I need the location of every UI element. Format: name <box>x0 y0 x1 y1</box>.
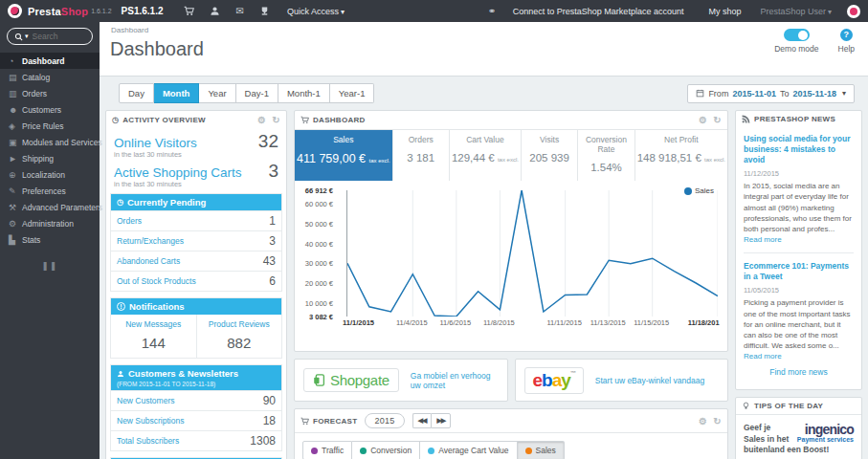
x-axis-tick: 11/1/2015 <box>343 318 374 327</box>
forecast-panel-title: FORECAST <box>313 417 357 426</box>
backward-button[interactable]: ◀◀ <box>412 413 432 428</box>
sidebar-collapse-button[interactable]: ❚❚ <box>0 261 100 271</box>
read-more-link[interactable]: Read more <box>744 352 782 361</box>
ebay-link[interactable]: Start uw eBay-winkel vandaag <box>595 376 704 385</box>
sidebar-item-price-rules[interactable]: ◈Price Rules <box>0 118 100 134</box>
refresh-icon[interactable]: ↻ <box>272 115 280 125</box>
help-icon[interactable]: ? <box>840 29 853 41</box>
kpi-orders[interactable]: Orders3 181 <box>393 130 450 181</box>
active-carts-link[interactable]: Active Shopping Carts <box>114 165 268 180</box>
forward-button[interactable]: ▶▶ <box>431 413 451 428</box>
sidebar-item-stats[interactable]: ▙Stats <box>0 231 100 248</box>
online-visitors-link[interactable]: Online Visitors <box>114 136 258 150</box>
tab-month[interactable]: Month <box>154 83 200 103</box>
refresh-icon[interactable]: ↻ <box>713 115 722 125</box>
new-subscriptions-row[interactable]: New Subscriptions18 <box>111 410 281 430</box>
chart-plot-area <box>346 190 718 317</box>
sidebar-item-orders[interactable]: ▥Orders <box>0 85 100 101</box>
news-item-title[interactable]: Using social media for your business: 4 … <box>744 134 854 165</box>
kpi-row: Sales411 759,00 € tax excl. Orders3 181 … <box>295 129 727 181</box>
date-to: 2015-11-18 <box>792 89 836 98</box>
tab-day[interactable]: Day <box>119 83 154 103</box>
sidebar-item-shipping[interactable]: ►Shipping <box>0 150 100 166</box>
refresh-icon[interactable]: ↻ <box>713 416 722 426</box>
tips-of-the-day-panel: TIPS OF THE DAY ingenico Payment service… <box>735 397 862 459</box>
tab-day-1[interactable]: Day-1 <box>236 83 278 103</box>
demo-mode-toggle[interactable] <box>784 29 810 41</box>
kpi-sales[interactable]: Sales411 759,00 € tax excl. <box>295 130 393 181</box>
prestashop-logo-icon[interactable] <box>8 4 22 18</box>
marketplace-link[interactable]: Connect to PrestaShop Marketplace accoun… <box>513 7 684 16</box>
sidebar-item-modules[interactable]: ▣Modules and Services <box>0 134 100 150</box>
forecast-sales-button[interactable]: Sales <box>518 441 565 459</box>
sidebar-item-dashboard[interactable]: ◔Dashboard <box>0 53 100 69</box>
search-input[interactable] <box>33 32 88 41</box>
read-more-link[interactable]: Read more <box>744 235 782 244</box>
y-axis-tick: 20 000 € <box>305 279 333 288</box>
user-icon[interactable] <box>210 6 220 16</box>
y-axis-tick: 60 000 € <box>305 200 333 208</box>
page-header: Dashboard Dashboard Demo mode ? Help <box>100 22 868 76</box>
trophy-icon[interactable] <box>259 6 270 16</box>
avatar[interactable] <box>847 5 860 18</box>
tab-year-1[interactable]: Year-1 <box>330 83 375 103</box>
gear-icon[interactable]: ⚙ <box>257 115 266 125</box>
help-control[interactable]: ? Help <box>838 29 855 54</box>
cart-icon[interactable] <box>184 6 194 16</box>
shopgate-ad: Shopgate Ga mobiel en verhoog uw omzet <box>294 359 508 402</box>
user-menu[interactable]: PrestaShop User▾ <box>760 7 832 16</box>
new-customers-row[interactable]: New Customers90 <box>111 390 281 410</box>
active-carts-metric: Active Shopping Carts3 in the last 30 mi… <box>106 159 286 188</box>
shopgate-icon <box>313 373 325 387</box>
search-input-wrap[interactable]: ▾ <box>7 28 93 45</box>
ebay-ad: ebay™ Start uw eBay-winkel vandaag <box>515 359 729 402</box>
gear-icon[interactable]: ⚙ <box>699 115 707 125</box>
news-item-title[interactable]: Ecommerce 101: Payments in a Tweet <box>744 261 854 282</box>
avg-cart-value-dot-icon <box>428 448 434 454</box>
y-axis: 66 912 €60 000 €50 000 €40 000 €30 000 €… <box>295 190 333 317</box>
sidebar-item-administration[interactable]: ⚙Administration <box>0 215 100 231</box>
section-title: Customers & Newsletters <box>128 368 238 379</box>
kpi-net-profit[interactable]: Net Profit148 918,51 € tax excl. <box>635 130 727 181</box>
out-of-stock-row[interactable]: Out of Stock Products6 <box>111 271 281 291</box>
sidebar-item-customers[interactable]: ☻Customers <box>0 101 100 118</box>
forecast-traffic-button[interactable]: Traffic <box>302 441 352 459</box>
my-shop-link[interactable]: My shop <box>708 7 741 16</box>
notifications-section: !Notifications New Messages144 Product R… <box>110 297 282 359</box>
price-rules-icon: ◈ <box>9 121 22 131</box>
kpi-conversion-rate[interactable]: Conversion Rate1.54% <box>578 130 634 181</box>
sidebar-item-advanced-parameters[interactable]: ⚒Advanced Parameters <box>0 199 100 215</box>
sales-chart: Sales 66 912 €60 000 €50 000 €40 000 €30… <box>295 181 727 351</box>
abandoned-carts-row[interactable]: Abandoned Carts43 <box>111 251 281 271</box>
shop-name[interactable]: PS1.6.1.2 <box>122 6 164 16</box>
section-subtitle: (FROM 2015-11-01 TO 2015-11-18) <box>111 381 281 390</box>
tab-year[interactable]: Year <box>199 83 235 103</box>
mail-icon[interactable]: ✉ <box>235 6 243 16</box>
y-axis-tick: 40 000 € <box>305 240 333 249</box>
total-subscribers-row[interactable]: Total Subscribers1308 <box>111 430 281 450</box>
sidebar-item-localization[interactable]: ⊕Localization <box>0 166 100 183</box>
forecast-conversion-button[interactable]: Conversion <box>352 441 420 459</box>
quick-access-menu[interactable]: Quick Access▾ <box>287 7 345 16</box>
breadcrumb[interactable]: Dashboard <box>111 26 148 34</box>
demo-mode-control[interactable]: Demo mode <box>774 29 818 54</box>
product-reviews-cell[interactable]: Product Reviews882 <box>196 315 282 358</box>
date-range-picker[interactable]: From2015-11-01 To2015-11-18 ▾ <box>687 84 855 103</box>
link-icon: ⚭ <box>487 6 495 16</box>
kpi-cart-value[interactable]: Cart Value129,44 € tax excl. <box>450 130 522 181</box>
x-axis-tick: 11/4/2015 <box>396 318 428 327</box>
pending-orders-row[interactable]: Orders1 <box>111 210 281 230</box>
pending-returns-row[interactable]: Return/Exchanges3 <box>111 230 281 251</box>
tab-month-1[interactable]: Month-1 <box>278 83 330 103</box>
brand-name[interactable]: PrestaShop <box>28 6 88 17</box>
section-title: Currently Pending <box>127 197 206 208</box>
shopgate-link[interactable]: Ga mobiel en verhoog uw omzet <box>411 371 499 390</box>
sidebar-item-catalog[interactable]: ▤Catalog <box>0 69 100 85</box>
news-panel-title: PRESTASHOP NEWS <box>754 115 835 123</box>
forecast-avg-cart-value-button[interactable]: Average Cart Value <box>420 441 517 459</box>
new-messages-cell[interactable]: New Messages144 <box>111 315 196 358</box>
gear-icon[interactable]: ⚙ <box>699 416 707 426</box>
find-more-news-link[interactable]: Find more news <box>744 361 854 385</box>
sidebar-item-preferences[interactable]: ✎Preferences <box>0 183 100 199</box>
kpi-visits[interactable]: Visits205 939 <box>522 130 578 181</box>
